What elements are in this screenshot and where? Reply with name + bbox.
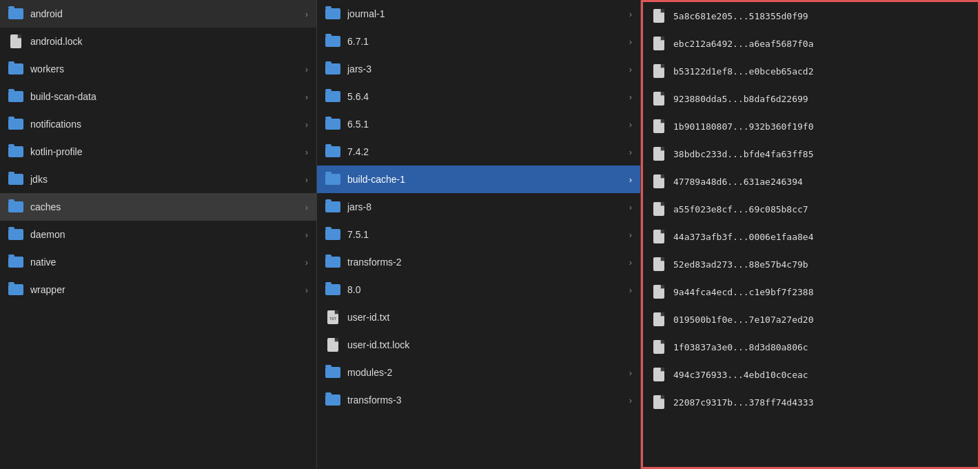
column-3: 5a8c681e205...518355d0f99ebc212a6492...a… bbox=[641, 0, 980, 469]
folder-icon bbox=[325, 63, 340, 75]
file-icon bbox=[651, 368, 666, 381]
list-item-6.5.1[interactable]: 6.5.1› bbox=[317, 110, 640, 138]
item-name: 6.7.1 bbox=[347, 36, 624, 47]
chevron-icon: › bbox=[305, 9, 308, 19]
list-item-hash5[interactable]: 1b901180807...932b360f19f0 bbox=[643, 112, 978, 140]
list-item-user-id-txt[interactable]: TXTuser-id.txt bbox=[317, 303, 640, 331]
list-item-build-scan-data[interactable]: build-scan-data› bbox=[0, 83, 316, 110]
list-item-android[interactable]: android› bbox=[0, 0, 316, 28]
list-item-jars-3[interactable]: jars-3› bbox=[317, 55, 640, 83]
file-icon bbox=[651, 148, 666, 160]
list-item-caches[interactable]: caches› bbox=[0, 193, 316, 221]
list-item-native[interactable]: native› bbox=[0, 248, 316, 276]
folder-icon bbox=[325, 8, 340, 20]
item-name: android.lock bbox=[30, 36, 308, 47]
list-item-jdks[interactable]: jdks› bbox=[0, 166, 316, 193]
folder-icon bbox=[8, 283, 23, 296]
chevron-icon: › bbox=[305, 202, 308, 212]
file-icon bbox=[651, 92, 666, 105]
list-item-transforms-3[interactable]: transforms-3› bbox=[317, 386, 640, 414]
folder-icon bbox=[325, 90, 340, 103]
chevron-icon: › bbox=[305, 64, 308, 74]
item-name: journal-1 bbox=[347, 8, 624, 19]
list-item-transforms-2[interactable]: transforms-2› bbox=[317, 248, 640, 276]
list-item-7.5.1[interactable]: 7.5.1› bbox=[317, 221, 640, 248]
chevron-icon: › bbox=[629, 368, 632, 378]
list-item-7.4.2[interactable]: 7.4.2› bbox=[317, 138, 640, 166]
list-item-hash13[interactable]: 1f03837a3e0...8d3d80a806c bbox=[643, 333, 978, 361]
list-item-6.7.1[interactable]: 6.7.1› bbox=[317, 28, 640, 55]
chevron-icon: › bbox=[629, 230, 632, 240]
list-item-hash7[interactable]: 47789a48d6...631ae246394 bbox=[643, 168, 978, 195]
list-item-jars-8[interactable]: jars-8› bbox=[317, 193, 640, 221]
chevron-icon: › bbox=[305, 174, 308, 185]
chevron-icon: › bbox=[629, 174, 632, 185]
list-item-workers[interactable]: workers› bbox=[0, 55, 316, 83]
item-name: caches bbox=[30, 201, 300, 212]
file-icon bbox=[651, 10, 666, 22]
item-name: transforms-3 bbox=[347, 395, 624, 406]
file-icon bbox=[651, 120, 666, 132]
list-item-hash11[interactable]: 9a44fca4ecd...c1e9bf7f2388 bbox=[643, 278, 978, 306]
hash-name: 1f03837a3e0...8d3d80a806c bbox=[673, 342, 970, 352]
file-icon bbox=[651, 396, 666, 408]
hash-name: 923880dda5...b8daf6d22699 bbox=[673, 94, 970, 104]
list-item-hash1[interactable]: 5a8c681e205...518355d0f99 bbox=[643, 2, 978, 30]
list-item-hash10[interactable]: 52ed83ad273...88e57b4c79b bbox=[643, 250, 978, 278]
list-item-android-lock[interactable]: android.lock bbox=[0, 28, 316, 55]
item-name: transforms-2 bbox=[347, 257, 624, 268]
list-item-notifications[interactable]: notifications› bbox=[0, 110, 316, 138]
file-icon bbox=[651, 37, 666, 50]
folder-icon bbox=[8, 63, 23, 75]
file-icon bbox=[651, 65, 666, 77]
folder-icon bbox=[325, 228, 340, 241]
list-item-hash2[interactable]: ebc212a6492...a6eaf5687f0a bbox=[643, 30, 978, 57]
hash-name: 44a373afb3f...0006e1faa8e4 bbox=[673, 232, 970, 242]
file-icon bbox=[325, 339, 340, 351]
folder-icon bbox=[8, 256, 23, 268]
list-item-8.0[interactable]: 8.0› bbox=[317, 276, 640, 303]
file-icon bbox=[651, 258, 666, 270]
item-name: 6.5.1 bbox=[347, 119, 624, 130]
item-name: 5.6.4 bbox=[347, 91, 624, 102]
list-item-hash12[interactable]: 019500b1f0e...7e107a27ed20 bbox=[643, 306, 978, 333]
folder-icon bbox=[8, 90, 23, 103]
hash-name: b53122d1ef8...e0bceb65acd2 bbox=[673, 66, 970, 77]
list-item-hash6[interactable]: 38bdbc233d...bfde4fa63ff85 bbox=[643, 140, 978, 168]
list-item-wrapper[interactable]: wrapper› bbox=[0, 276, 316, 303]
chevron-icon: › bbox=[305, 92, 308, 102]
item-name: 8.0 bbox=[347, 284, 624, 295]
folder-icon bbox=[8, 173, 23, 186]
item-name: daemon bbox=[30, 229, 300, 240]
list-item-hash14[interactable]: 494c376933...4ebd10c0ceac bbox=[643, 361, 978, 388]
list-item-modules-2[interactable]: modules-2› bbox=[317, 359, 640, 386]
list-item-user-id-txt-lock[interactable]: user-id.txt.lock bbox=[317, 331, 640, 359]
list-item-daemon[interactable]: daemon› bbox=[0, 221, 316, 248]
chevron-icon: › bbox=[305, 285, 308, 295]
file-icon bbox=[651, 341, 666, 353]
list-item-journal-1[interactable]: journal-1› bbox=[317, 0, 640, 28]
list-item-hash3[interactable]: b53122d1ef8...e0bceb65acd2 bbox=[643, 57, 978, 85]
folder-icon bbox=[325, 173, 340, 186]
list-item-hash4[interactable]: 923880dda5...b8daf6d22699 bbox=[643, 85, 978, 112]
item-name: notifications bbox=[30, 119, 300, 130]
chevron-icon: › bbox=[629, 257, 632, 268]
folder-icon bbox=[8, 146, 23, 158]
list-item-5.6.4[interactable]: 5.6.4› bbox=[317, 83, 640, 110]
hash-name: 38bdbc233d...bfde4fa63ff85 bbox=[673, 149, 970, 159]
folder-icon bbox=[325, 394, 340, 406]
list-item-kotlin-profile[interactable]: kotlin-profile› bbox=[0, 138, 316, 166]
chevron-icon: › bbox=[305, 257, 308, 268]
list-item-hash9[interactable]: 44a373afb3f...0006e1faa8e4 bbox=[643, 223, 978, 250]
folder-icon bbox=[325, 118, 340, 130]
item-name: jars-3 bbox=[347, 63, 624, 74]
list-item-hash15[interactable]: 22087c9317b...378ff74d4333 bbox=[643, 388, 978, 416]
file-icon bbox=[8, 35, 23, 48]
list-item-hash8[interactable]: a55f023e8cf...69c085b8cc7 bbox=[643, 195, 978, 223]
folder-icon bbox=[325, 366, 340, 379]
folder-icon bbox=[325, 35, 340, 48]
item-name: jdks bbox=[30, 174, 300, 185]
hash-name: a55f023e8cf...69c085b8cc7 bbox=[673, 204, 970, 214]
hash-name: 5a8c681e205...518355d0f99 bbox=[673, 11, 970, 21]
list-item-build-cache-1[interactable]: build-cache-1› bbox=[317, 166, 640, 193]
